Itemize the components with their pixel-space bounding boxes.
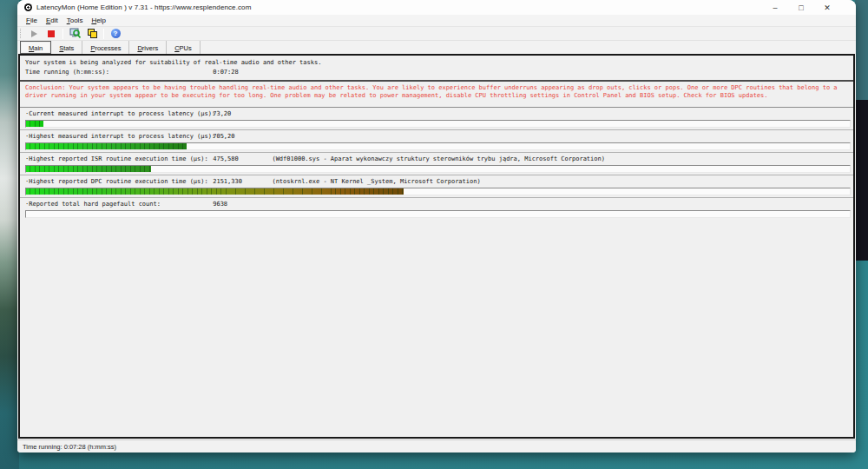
row-current-latency: ·Current measured interrupt to process l… [20,108,853,130]
row-label: ·Reported total hard pagefault count: [25,200,209,208]
latency-bar-track [25,120,851,128]
latency-bar-track [25,165,851,173]
row-value: 2151,330 [213,177,263,186]
stop-icon [48,30,55,37]
toolbar-separator [62,29,63,39]
row-value: 73,20 [213,109,263,118]
latency-bar [26,188,404,195]
tab-main[interactable]: Main [20,41,51,54]
latency-bar-track [25,210,851,218]
menu-file[interactable]: File [22,17,42,24]
row-dpc-time: ·Highest reported DPC routine execution … [20,175,853,198]
tab-cpus[interactable]: CPUs [167,41,201,54]
latency-bar-track [25,188,851,195]
start-monitor-button[interactable] [27,28,41,40]
latency-bar [26,121,43,127]
conclusion-text: Conclusion: Your system appears to be ha… [20,82,853,108]
copy-icon [88,29,97,38]
row-label: ·Current measured interrupt to process l… [25,109,209,118]
time-running-line: Time running (h:mm:ss): 0:07:28 [25,68,848,77]
tab-stats[interactable]: Stats [51,41,82,54]
play-icon [31,30,37,37]
row-isr-time: ·Highest reported ISR routine execution … [20,153,853,175]
analyze-icon [69,28,81,39]
window-controls: – □ ✕ [762,0,840,15]
row-value: 475,580 [213,155,263,163]
toolbar: ? [17,26,856,41]
analysis-status-text: Your system is being analyzed for suitab… [25,58,848,68]
row-label: ·Highest reported DPC routine execution … [25,177,209,186]
minimize-icon[interactable]: – [762,0,788,15]
title-bar[interactable]: LatencyMon (Home Edition ) v 7.31 - http… [17,0,856,15]
row-label: ·Highest reported ISR routine execution … [25,155,209,163]
toolbar-grip [20,29,22,38]
stop-monitor-button[interactable] [44,28,58,40]
tab-bar: Main Stats Processes Drivers CPUs [17,41,856,54]
analysis-status-box: Your system is being analyzed for suitab… [20,56,853,82]
help-button[interactable]: ? [108,28,122,40]
row-pagefault-count: ·Reported total hard pagefault count: 96… [20,198,853,221]
main-panel: Your system is being analyzed for suitab… [18,54,855,439]
row-value: 9638 [213,200,263,208]
latency-bar-track [25,142,851,150]
row-value: 705,20 [213,132,263,141]
background-window-right [855,100,868,261]
close-icon[interactable]: ✕ [814,0,840,15]
row-highest-latency: ·Highest measured interrupt to process l… [20,130,853,153]
menu-help[interactable]: Help [87,17,109,24]
analyze-button[interactable] [68,28,82,40]
desktop-wallpaper-left [0,0,19,469]
maximize-icon[interactable]: □ [788,0,814,15]
row-extra: (Wdf01000.sys - Aparat wykonawczy strukt… [272,155,605,162]
app-icon [24,3,32,11]
latencymon-window: LatencyMon (Home Edition ) v 7.31 - http… [17,0,856,452]
tab-processes[interactable]: Processes [82,41,129,54]
desktop-background-right [855,0,868,100]
measurement-rows: ·Current measured interrupt to process l… [20,108,853,221]
latency-bar [26,166,151,172]
status-bar: Time running: 0:07:28 (h:mm:ss) [17,439,856,452]
latency-bar [26,143,187,149]
menu-bar: File Edit Tools Help [17,15,856,26]
tab-drivers[interactable]: Drivers [129,41,167,54]
copy-report-button[interactable] [85,28,99,40]
window-title: LatencyMon (Home Edition ) v 7.31 - http… [36,3,251,11]
status-bar-text: Time running: 0:07:28 (h:mm:ss) [23,443,116,451]
menu-tools[interactable]: Tools [62,17,88,24]
toolbar-separator [103,29,104,39]
menu-edit[interactable]: Edit [42,17,62,24]
time-running-label: Time running (h:mm:ss): [25,68,209,77]
time-running-value: 0:07:28 [213,69,239,76]
row-extra: (ntoskrnl.exe - NT Kernel _System, Micro… [272,178,480,185]
help-icon: ? [111,29,121,38]
row-label: ·Highest measured interrupt to process l… [25,132,209,141]
